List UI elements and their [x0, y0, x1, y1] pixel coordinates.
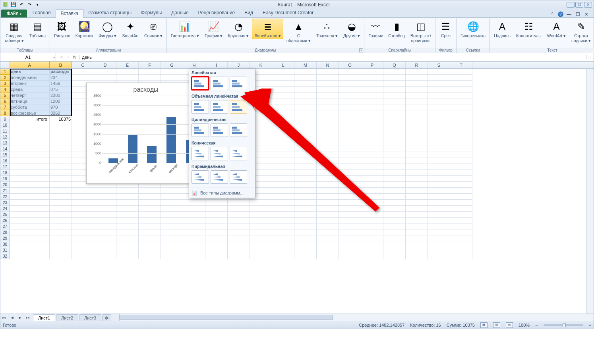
cell-E31[interactable] [116, 247, 139, 253]
cell-M17[interactable] [294, 164, 317, 170]
cell-M6[interactable] [294, 98, 317, 104]
cell-J31[interactable] [228, 247, 250, 253]
row-header-3[interactable]: 3 [0, 81, 10, 87]
cell-T8[interactable] [450, 110, 472, 116]
cell-C30[interactable] [72, 241, 94, 247]
row-header-12[interactable]: 12 [0, 134, 10, 140]
cell-N4[interactable] [317, 87, 339, 92]
cell-N15[interactable] [317, 152, 339, 158]
cell-F25[interactable] [139, 212, 161, 218]
close-button[interactable]: ✕ [584, 2, 592, 8]
col-header-L[interactable]: L [272, 62, 294, 68]
cell-D21[interactable] [94, 188, 116, 194]
chart-type-thumb[interactable] [211, 147, 228, 160]
cell-S28[interactable] [428, 229, 450, 235]
chart-type-thumb[interactable] [192, 123, 209, 137]
col-header-O[interactable]: O [339, 62, 361, 68]
cell-C27[interactable] [72, 223, 94, 229]
cell-B14[interactable] [50, 146, 72, 152]
cell-D28[interactable] [94, 229, 116, 235]
cell-F26[interactable] [139, 218, 161, 223]
cell-J29[interactable] [228, 235, 250, 241]
chart-type-thumb[interactable] [192, 100, 209, 114]
row-header-31[interactable]: 31 [0, 247, 10, 253]
cell-N9[interactable] [317, 116, 339, 122]
cell-S6[interactable] [428, 98, 450, 104]
cell-P4[interactable] [361, 87, 383, 92]
cell-I30[interactable] [205, 241, 228, 247]
cell-A10[interactable] [10, 122, 50, 128]
cell-T30[interactable] [450, 241, 472, 247]
cell-T22[interactable] [450, 194, 472, 200]
row-header-30[interactable]: 30 [0, 241, 10, 247]
cell-A31[interactable] [10, 247, 50, 253]
cell-P3[interactable] [361, 81, 383, 87]
cell-A17[interactable] [10, 164, 50, 170]
chart-bar[interactable] [147, 146, 157, 163]
cell-N27[interactable] [317, 223, 339, 229]
col-header-G[interactable]: G [161, 62, 183, 68]
cell-B20[interactable] [50, 182, 72, 188]
cell-K28[interactable] [250, 229, 272, 235]
cell-D32[interactable] [94, 253, 116, 259]
row-header-29[interactable]: 29 [0, 235, 10, 241]
cell-O27[interactable] [339, 223, 361, 229]
cell-B27[interactable] [50, 223, 72, 229]
cell-I25[interactable] [205, 212, 228, 218]
cell-O32[interactable] [339, 253, 361, 259]
cell-M9[interactable] [294, 116, 317, 122]
cell-M20[interactable] [294, 182, 317, 188]
sheet-next-icon[interactable]: ▶ [16, 314, 24, 321]
doc-restore-icon[interactable]: ☐ [575, 11, 581, 17]
cell-Q19[interactable] [383, 176, 406, 182]
cell-Q8[interactable] [383, 110, 406, 116]
cell-P14[interactable] [361, 146, 383, 152]
formula-input[interactable]: день [80, 55, 586, 60]
cell-O28[interactable] [339, 229, 361, 235]
ribbon-minimize-icon[interactable]: ⌃ [549, 11, 555, 17]
cell-Q16[interactable] [383, 158, 406, 164]
cell-B17[interactable] [50, 164, 72, 170]
ribbon-btn-table[interactable]: ▤Таблица [27, 19, 48, 39]
cell-A5[interactable]: четверг [10, 92, 50, 98]
cell-N16[interactable] [317, 158, 339, 164]
cell-R14[interactable] [406, 146, 428, 152]
cell-Q9[interactable] [383, 116, 406, 122]
cell-C31[interactable] [72, 247, 94, 253]
ribbon-btn-pie[interactable]: ◔Круговая ▾ [226, 19, 251, 39]
cell-L9[interactable] [272, 116, 294, 122]
cell-S7[interactable] [428, 104, 450, 110]
cell-A16[interactable] [10, 158, 50, 164]
cell-E29[interactable] [116, 235, 139, 241]
cell-O25[interactable] [339, 212, 361, 218]
cell-A15[interactable] [10, 152, 50, 158]
ribbon-tab-вставка[interactable]: Вставка [56, 9, 84, 18]
col-header-I[interactable]: I [205, 62, 228, 68]
cell-S16[interactable] [428, 158, 450, 164]
cell-H27[interactable] [183, 223, 205, 229]
cell-D25[interactable] [94, 212, 116, 218]
cell-O6[interactable] [339, 98, 361, 104]
sheet-tab-Лист1[interactable]: Лист1 [33, 314, 55, 321]
cell-C32[interactable] [72, 253, 94, 259]
chart-type-thumb[interactable] [230, 77, 247, 90]
cell-S19[interactable] [428, 176, 450, 182]
new-sheet-button[interactable]: ✻ [102, 314, 111, 321]
cell-M26[interactable] [294, 218, 317, 223]
cell-O21[interactable] [339, 188, 361, 194]
row-header-28[interactable]: 28 [0, 229, 10, 235]
cell-B5[interactable]: 2380 [50, 92, 72, 98]
row-header-22[interactable]: 22 [0, 194, 10, 200]
cell-O23[interactable] [339, 200, 361, 206]
cell-S26[interactable] [428, 218, 450, 223]
cell-O18[interactable] [339, 170, 361, 176]
cell-H28[interactable] [183, 229, 205, 235]
cell-P19[interactable] [361, 176, 383, 182]
cell-A23[interactable] [10, 200, 50, 206]
ribbon-btn-other[interactable]: ◒Другие ▾ [341, 19, 363, 39]
ribbon-btn-hyperlink[interactable]: 🌐Гиперссылка [458, 19, 488, 39]
ribbon-tab-данные[interactable]: Данные [166, 9, 193, 17]
cell-T13[interactable] [450, 140, 472, 146]
fx-icon[interactable]: fx [71, 55, 78, 60]
row-header-5[interactable]: 5 [0, 92, 10, 98]
